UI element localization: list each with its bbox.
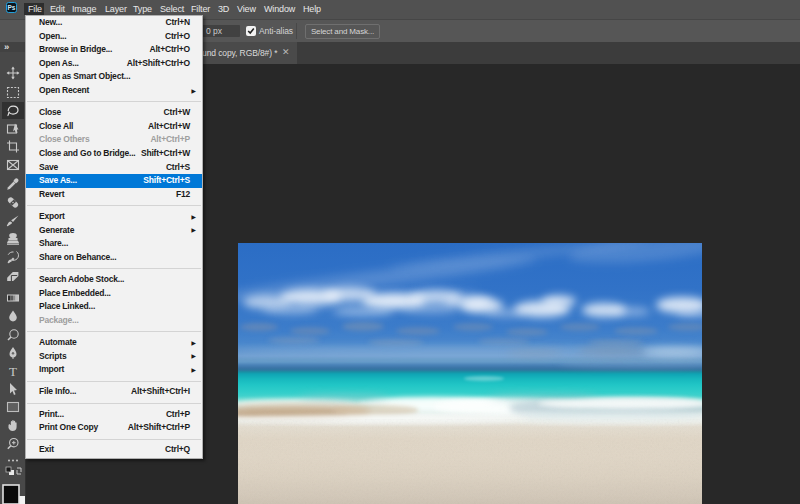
svg-text:T: T [9,364,17,379]
